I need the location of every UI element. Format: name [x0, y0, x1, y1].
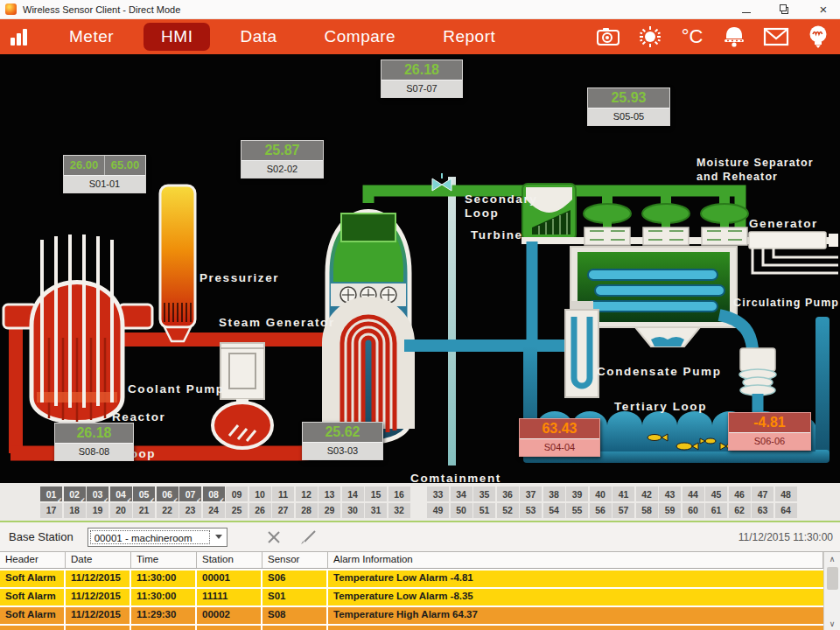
station-cell-16[interactable]: 16: [388, 486, 410, 501]
station-cell-01[interactable]: 01✓: [40, 486, 62, 501]
station-cell-51[interactable]: 51: [473, 503, 495, 518]
station-cell-52[interactable]: 52: [497, 503, 519, 518]
station-cell-05[interactable]: 05✓: [133, 486, 155, 501]
station-cell-22[interactable]: 22: [157, 503, 178, 518]
station-cell-02[interactable]: 02✓: [64, 486, 86, 501]
station-cell-21[interactable]: 21: [133, 503, 155, 518]
scroll-up-icon[interactable]: ∧: [830, 552, 836, 566]
alarm-row-partial[interactable]: [0, 626, 823, 630]
sensor-overlay-s07[interactable]: 26.18 S07-07: [381, 60, 463, 98]
station-cell-04[interactable]: 04✓: [110, 486, 132, 501]
station-cell-53[interactable]: 53: [520, 503, 542, 518]
scroll-thumb[interactable]: [827, 567, 838, 590]
station-cell-50[interactable]: 50: [451, 503, 472, 518]
chevron-down-icon[interactable]: [212, 528, 227, 546]
station-cell-12[interactable]: 12: [296, 486, 318, 501]
station-cell-14[interactable]: 14: [342, 486, 364, 501]
station-cell-47[interactable]: 47: [752, 486, 774, 501]
column-header-time[interactable]: Time: [131, 552, 197, 568]
station-cell-24[interactable]: 24: [203, 503, 225, 518]
station-cell-25[interactable]: 25: [226, 503, 248, 518]
station-cell-26[interactable]: 26: [249, 503, 271, 518]
station-cell-27[interactable]: 27: [272, 503, 294, 518]
station-cell-55[interactable]: 55: [566, 503, 588, 518]
column-header-sensor[interactable]: Sensor: [262, 552, 328, 568]
station-cell-61[interactable]: 61: [705, 503, 727, 518]
scroll-down-icon[interactable]: ∨: [830, 617, 836, 630]
tab-data[interactable]: Data: [222, 23, 294, 51]
station-cell-40[interactable]: 40: [590, 486, 612, 501]
table-scrollbar[interactable]: ∧ ∨: [823, 552, 840, 630]
tab-report[interactable]: Report: [425, 23, 513, 51]
alarm-row[interactable]: Soft Alarm11/12/201511:30:0000001S06Temp…: [0, 570, 823, 587]
station-cell-29[interactable]: 29: [318, 503, 340, 518]
station-cell-34[interactable]: 34: [451, 486, 472, 501]
station-cell-13[interactable]: 13: [318, 486, 340, 501]
station-cell-08[interactable]: 08✓: [203, 486, 225, 501]
alarm-row[interactable]: Soft Alarm11/12/201511:30:0011111S01Temp…: [0, 589, 823, 606]
column-header-alarm-information[interactable]: Alarm Information: [328, 552, 823, 568]
station-cell-17[interactable]: 17: [40, 503, 62, 518]
station-cell-03[interactable]: 03✓: [87, 486, 108, 501]
clear-button[interactable]: [266, 529, 282, 545]
celsius-icon[interactable]: °C: [679, 24, 705, 49]
station-cell-28[interactable]: 28: [296, 503, 318, 518]
station-cell-11[interactable]: 11: [272, 486, 294, 501]
station-cell-60[interactable]: 60: [682, 503, 704, 518]
camera-icon[interactable]: [595, 24, 621, 49]
station-cell-56[interactable]: 56: [590, 503, 612, 518]
sensor-overlay-s08[interactable]: 26.18 S08-08: [54, 423, 134, 461]
station-cell-06[interactable]: 06✓: [157, 486, 178, 501]
sensor-overlay-s02[interactable]: 25.87 S02-02: [241, 140, 324, 178]
restore-button[interactable]: [779, 4, 791, 16]
station-cell-49[interactable]: 49: [427, 503, 449, 518]
station-cell-09[interactable]: 09: [226, 486, 248, 501]
edit-pencil-icon[interactable]: [299, 529, 317, 545]
station-cell-38[interactable]: 38: [543, 486, 565, 501]
alarm-row[interactable]: Soft Alarm11/12/201511:29:3000002S08Temp…: [0, 607, 823, 624]
station-cell-35[interactable]: 35: [473, 486, 495, 501]
station-cell-41[interactable]: 41: [612, 486, 634, 501]
alarm-bell-icon[interactable]: [721, 24, 747, 49]
station-cell-48[interactable]: 48: [775, 486, 797, 501]
station-cell-30[interactable]: 30: [342, 503, 364, 518]
station-cell-10[interactable]: 10: [249, 486, 271, 501]
station-cell-44[interactable]: 44: [682, 486, 704, 501]
station-cell-39[interactable]: 39: [566, 486, 588, 501]
sensor-overlay-s05[interactable]: 25.93 S05-05: [587, 88, 670, 126]
sensor-overlay-s03[interactable]: 25.62 S03-03: [302, 422, 383, 460]
station-cell-63[interactable]: 63: [752, 503, 774, 518]
station-cell-45[interactable]: 45: [705, 486, 727, 501]
tab-compare[interactable]: Compare: [307, 23, 414, 51]
base-station-select[interactable]: 00001 - machineroom: [88, 528, 228, 547]
station-cell-46[interactable]: 46: [729, 486, 751, 501]
station-cell-58[interactable]: 58: [636, 503, 658, 518]
station-cell-18[interactable]: 18: [64, 503, 86, 518]
station-cell-64[interactable]: 64: [775, 503, 797, 518]
brightness-icon[interactable]: [637, 24, 663, 49]
station-cell-62[interactable]: 62: [729, 503, 751, 518]
station-cell-54[interactable]: 54: [543, 503, 565, 518]
minimize-button[interactable]: [740, 4, 752, 16]
station-cell-19[interactable]: 19: [87, 503, 108, 518]
station-cell-32[interactable]: 32: [388, 503, 410, 518]
station-cell-57[interactable]: 57: [612, 503, 634, 518]
station-cell-33[interactable]: 33: [427, 486, 449, 501]
station-cell-43[interactable]: 43: [659, 486, 681, 501]
station-cell-20[interactable]: 20: [110, 503, 132, 518]
station-cell-36[interactable]: 36: [497, 486, 519, 501]
station-cell-15[interactable]: 15: [365, 486, 387, 501]
station-cell-59[interactable]: 59: [659, 503, 681, 518]
tab-hmi[interactable]: HMI: [144, 23, 210, 51]
station-cell-31[interactable]: 31: [365, 503, 387, 518]
column-header-date[interactable]: Date: [66, 552, 131, 568]
sensor-overlay-s04[interactable]: 63.43 S04-04: [519, 418, 600, 457]
sensor-overlay-s01[interactable]: 26.00 65.00 S01-01: [63, 155, 146, 193]
column-header-station[interactable]: Station: [197, 552, 262, 568]
bulb-icon[interactable]: [805, 24, 831, 49]
station-cell-23[interactable]: 23: [179, 503, 201, 518]
sensor-overlay-s06[interactable]: -4.81 S06-06: [728, 412, 811, 451]
tab-meter[interactable]: Meter: [52, 23, 131, 51]
column-header-header[interactable]: Header: [0, 552, 66, 568]
station-cell-42[interactable]: 42: [636, 486, 658, 501]
